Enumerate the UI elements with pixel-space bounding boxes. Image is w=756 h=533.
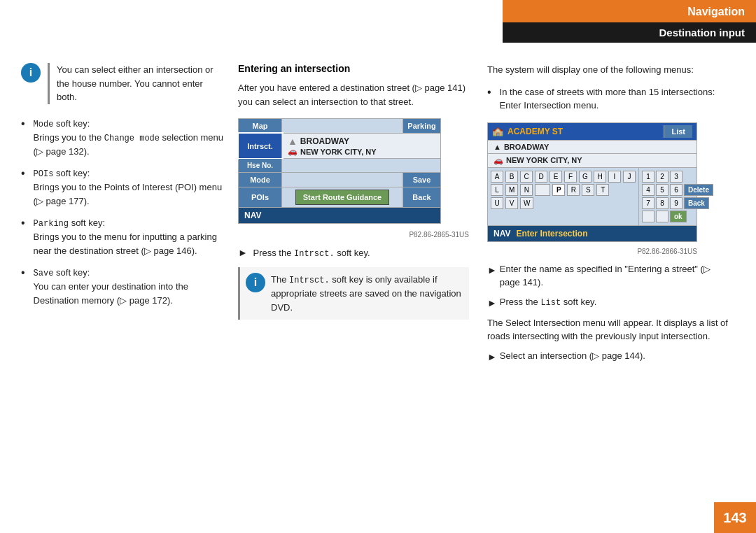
p-key: P — [552, 184, 565, 196]
select-menu-text: The Select Intersection menu will appear… — [487, 316, 732, 343]
page-number: 143 — [714, 502, 756, 533]
list-item: Parking soft key:Brings you to the menu … — [21, 216, 224, 257]
nav-ui2-street1: ▲ BROADWAY — [488, 141, 696, 154]
list-item: Mode soft key:Brings you to the Change m… — [21, 117, 224, 159]
info-box: i You can select either an intersection … — [21, 63, 224, 104]
middle-column: Entering an intersection After you have … — [238, 63, 469, 328]
list-item: In the case of streets with more than 15… — [487, 85, 732, 113]
parking-btn: Parking — [402, 119, 440, 133]
nav-title: Navigation — [503, 0, 756, 22]
nav-row-map: Map Parking — [239, 119, 440, 134]
save-btn: Save — [402, 173, 440, 187]
ok-btn: ok — [670, 211, 687, 222]
nav-row-pois: POIs Start Route Guidance Back — [239, 187, 440, 208]
right-bullet-list: In the case of streets with more than 15… — [487, 85, 732, 113]
back-btn: Back — [402, 187, 440, 207]
hseno-btn: Hse No. — [239, 159, 282, 172]
list-item: Save soft key:You can enter your destina… — [21, 266, 224, 307]
mode-btn: Mode — [239, 173, 282, 187]
info-text: You can select either an intersection or… — [57, 63, 224, 104]
info2-text: The Intrsct. soft key is only available … — [271, 273, 463, 314]
section-title: Entering an intersection — [238, 63, 469, 74]
left-column: i You can select either an intersection … — [21, 63, 224, 315]
right-caption: P82.86-2866-31US — [487, 248, 697, 255]
nav-row-mode: Mode Save — [239, 173, 440, 187]
pois-btn: POIs — [239, 187, 282, 207]
right-steps: ► Enter the name as specified in "Enteri… — [487, 262, 732, 311]
nav-row-hseno: Hse No. — [239, 159, 440, 173]
inline-info: i The Intrsct. soft key is only availabl… — [238, 267, 469, 320]
step1-text: ► Press the Intrsct. soft key. — [238, 246, 469, 260]
nav-ui-mockup: Map Parking Intrsct. ▲ BROADWAY 🚗 NEW YO… — [238, 118, 441, 224]
delete-btn: Delete — [684, 184, 713, 196]
nav-ui2-street2: 🚗 NEW YORK CITY, NY — [488, 154, 696, 168]
right-column: The system will display one of the follo… — [487, 63, 732, 370]
nav-ui2-top-row: 🏫 ACADEMY ST List — [488, 123, 696, 141]
header: Navigation Destination input — [503, 0, 756, 43]
list-item: POIs soft key:Brings you to the Points o… — [21, 166, 224, 208]
bullet-list: Mode soft key:Brings you to the Change m… — [21, 117, 224, 308]
dest-title: Destination input — [503, 22, 756, 43]
back-btn2: Back — [684, 197, 709, 209]
intrsct-btn: Intrsct. — [239, 134, 282, 158]
nav-ui2-bottom: NAV Enter Intersection — [488, 226, 696, 241]
info-icon-2: i — [246, 273, 265, 292]
start-route-btn: Start Route Guidance — [295, 190, 389, 205]
nav-row-intrsct: Intrsct. ▲ BROADWAY 🚗 NEW YORK CITY, NY — [239, 134, 440, 159]
intro-text: After you have entered a destination str… — [238, 81, 469, 108]
step-enter-name: ► Enter the name as specified in "Enteri… — [487, 262, 732, 290]
list-btn: List — [664, 125, 692, 138]
nav-ui2-mockup: 🏫 ACADEMY ST List ▲ BROADWAY 🚗 NEW YORK … — [487, 122, 697, 242]
info-icon: i — [21, 63, 41, 83]
nav-bottom: NAV — [239, 208, 440, 223]
nav-ui2-keyboard-row: A B C D E F G H I J L M N P R — [488, 168, 696, 226]
step-select-intersection: ► Select an intersection (▷ page 144). — [487, 349, 732, 364]
academy-st: ACADEMY ST — [507, 127, 563, 136]
nav-caption: P82.86-2865-31US — [238, 231, 469, 239]
right-intro: The system will display one of the follo… — [487, 63, 732, 77]
map-btn: Map — [239, 119, 282, 133]
step-press-list: ► Press the List soft key. — [487, 295, 732, 311]
